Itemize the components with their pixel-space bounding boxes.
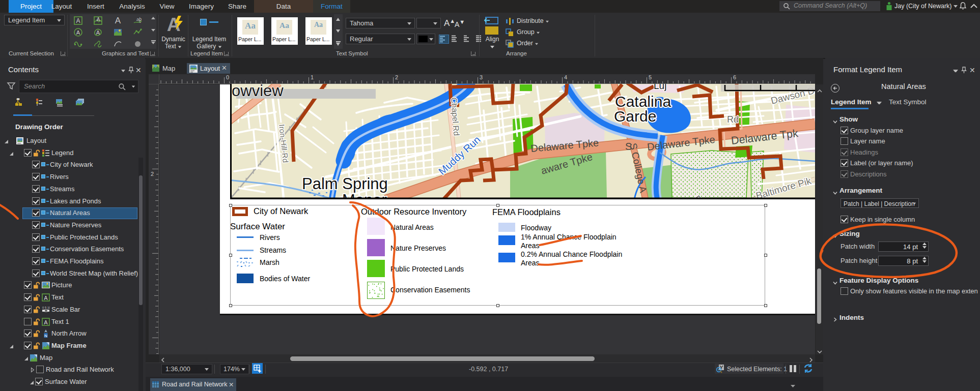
svg-text:Garde: Garde: [614, 108, 656, 125]
svg-text:6: 6: [733, 74, 736, 80]
svg-text:A: A: [97, 17, 100, 22]
svg-text:Rd: Rd: [727, 114, 739, 125]
svg-text:A: A: [76, 29, 80, 36]
svg-text:3: 3: [480, 74, 483, 80]
svg-text:Palm Spring: Palm Spring: [302, 175, 388, 193]
svg-text:A: A: [96, 29, 100, 36]
svg-text:A: A: [44, 295, 48, 301]
svg-text:5: 5: [649, 74, 652, 80]
svg-text:0: 0: [226, 74, 229, 80]
svg-text:2: 2: [151, 171, 154, 177]
svg-text:2: 2: [395, 74, 398, 80]
svg-text:4: 4: [564, 74, 567, 80]
svg-text:N: N: [44, 334, 47, 338]
svg-text:A: A: [44, 319, 48, 325]
svg-text:Luj: Luj: [654, 84, 666, 91]
svg-text:A: A: [115, 16, 121, 25]
svg-text:owview: owview: [232, 84, 284, 100]
svg-text:1: 1: [311, 74, 314, 80]
svg-text:0 5 10: 0 5 10: [42, 306, 50, 309]
svg-text:A: A: [76, 17, 80, 24]
